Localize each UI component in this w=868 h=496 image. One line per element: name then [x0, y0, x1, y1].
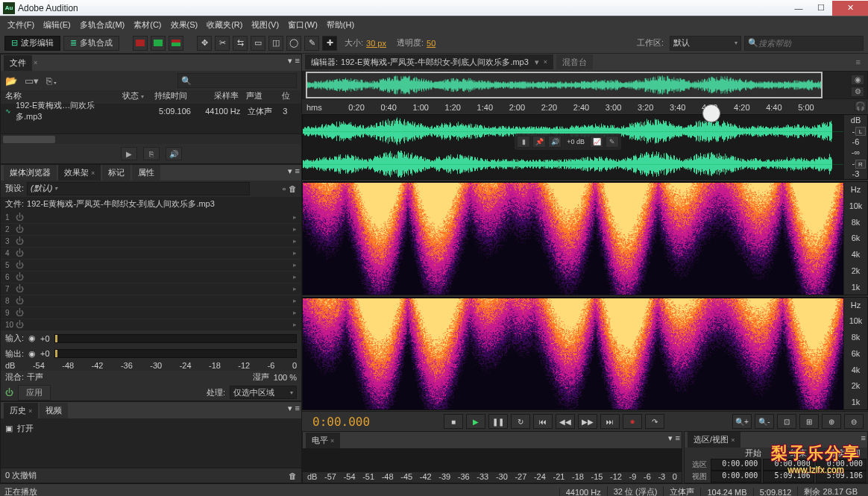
- time-select-tool-icon[interactable]: ▭: [251, 36, 265, 51]
- tab-properties[interactable]: 属性: [132, 165, 160, 180]
- pause-button[interactable]: ❚❚: [488, 414, 508, 429]
- menu-edit[interactable]: 编辑(E): [39, 17, 75, 33]
- output-value[interactable]: +0: [40, 349, 50, 358]
- razor-tool-icon[interactable]: ✂: [215, 36, 230, 51]
- process-select[interactable]: 仅选中区域: [230, 386, 297, 399]
- tab-levels[interactable]: 电平 ×: [306, 433, 340, 448]
- overview-settings-icon[interactable]: ⚙: [851, 87, 864, 97]
- preview-auto-button[interactable]: ⎘: [143, 147, 160, 160]
- menu-effects[interactable]: 效果(S): [166, 17, 203, 33]
- tab-selection-view[interactable]: 选区/视图 ×: [688, 432, 740, 448]
- zoom-sel-icon[interactable]: ⊞: [799, 414, 819, 429]
- hud-pin2-icon[interactable]: ✎: [606, 136, 619, 148]
- view-start[interactable]: 0:00.000: [711, 471, 761, 483]
- lasso-tool-icon[interactable]: ◯: [286, 36, 301, 51]
- files-filter[interactable]: 🔍: [177, 73, 297, 88]
- channel-l-badge[interactable]: L: [855, 127, 866, 136]
- file-row[interactable]: ∿ 192-E黄梅戏…间欢乐多.mp3 5:09.106 44100 Hz 立体…: [1, 104, 301, 119]
- zoom-in-v-icon[interactable]: ⊕: [822, 414, 841, 429]
- rack-slot[interactable]: 7⏻▸: [1, 283, 301, 295]
- zoom-out-h-icon[interactable]: 🔍-: [755, 414, 774, 429]
- rack-slot[interactable]: 2⏻▸: [1, 224, 301, 236]
- history-item[interactable]: ▣ 打开: [5, 421, 297, 436]
- import-icon[interactable]: ⎘▾: [46, 75, 58, 87]
- help-search-input[interactable]: [758, 39, 860, 48]
- brush-size-value[interactable]: 30 px: [366, 39, 386, 48]
- hud-pin-icon[interactable]: 📌: [532, 136, 546, 148]
- hud-vol-icon[interactable]: 🔊: [548, 136, 562, 148]
- rack-slot[interactable]: 10⏻▸: [1, 319, 301, 331]
- mixer-tab[interactable]: 混音台: [556, 54, 593, 69]
- waveform-display[interactable]: ▮ 📌 🔊 +0 dB 📈 ✎ dB-3-6 -∞-6-3 L R: [302, 114, 868, 180]
- sel-end[interactable]: 0:00.000: [763, 459, 814, 471]
- open-file-icon[interactable]: 📂: [5, 75, 17, 87]
- tab-video[interactable]: 视频: [40, 403, 68, 418]
- rack-slot[interactable]: 1⏻▸: [1, 212, 301, 224]
- loop-button[interactable]: ↻: [511, 414, 530, 429]
- play-button[interactable]: ▶: [466, 414, 485, 429]
- view-dur[interactable]: 5:09.106: [816, 471, 867, 483]
- sel-start[interactable]: 0:00.000: [711, 459, 761, 471]
- timeline-ruler[interactable]: hms 0:200:401:001:201:402:002:202:403:00…: [302, 99, 868, 113]
- heal-tool-icon[interactable]: ✚: [322, 36, 337, 51]
- minimize-button[interactable]: —: [787, 1, 810, 16]
- tab-history[interactable]: 历史 ×: [4, 403, 38, 418]
- hud-plot-icon[interactable]: 📈: [590, 136, 603, 148]
- apply-button[interactable]: 应用: [18, 385, 51, 401]
- tab-effects-rack[interactable]: 效果架 ×: [58, 165, 101, 180]
- overview-waveform[interactable]: ◉ ⚙: [302, 71, 868, 99]
- record-button[interactable]: ●: [623, 414, 642, 429]
- menu-file[interactable]: 文件(F): [3, 17, 39, 33]
- maximize-button[interactable]: ☐: [810, 1, 832, 16]
- menu-favorites[interactable]: 收藏夹(R): [202, 17, 247, 33]
- rack-slot[interactable]: 6⏻▸: [1, 271, 301, 283]
- hud-bars-icon[interactable]: ▮: [517, 136, 530, 148]
- rewind-button[interactable]: ◀◀: [556, 414, 575, 429]
- overview-selection[interactable]: [306, 72, 823, 98]
- overview-zoom-icon[interactable]: ◉: [851, 75, 864, 85]
- preview-loop-button[interactable]: 🔊: [166, 147, 182, 160]
- move-tool-icon[interactable]: ✥: [197, 36, 212, 51]
- spectrogram-left[interactable]: Hz10k8k6k4k2k1k: [302, 181, 868, 295]
- input-knob[interactable]: ◉: [28, 333, 36, 343]
- close-button[interactable]: ✕: [832, 1, 868, 16]
- zoom-in-h-icon[interactable]: 🔍+: [732, 414, 752, 429]
- opacity-value[interactable]: 50: [427, 39, 435, 48]
- rack-slot[interactable]: 3⏻▸: [1, 236, 301, 248]
- tab-markers[interactable]: 标记: [102, 165, 130, 180]
- mode-waveform-button[interactable]: ⊟波形编辑: [4, 36, 60, 51]
- tool-color-red[interactable]: [133, 36, 148, 51]
- rack-slot[interactable]: 5⏻▸: [1, 260, 301, 271]
- tool-color-green[interactable]: [151, 36, 166, 51]
- fast-forward-button[interactable]: ▶▶: [578, 414, 597, 429]
- tab-files[interactable]: 文件: [4, 55, 32, 71]
- menu-clip[interactable]: 素材(C): [129, 17, 166, 33]
- view-end[interactable]: 5:09.106: [763, 471, 814, 483]
- preview-play-button[interactable]: ▶: [121, 147, 137, 160]
- slip-tool-icon[interactable]: ⇆: [233, 36, 248, 51]
- help-search[interactable]: 🔍: [744, 36, 864, 51]
- menu-multitrack[interactable]: 多轨合成(M): [75, 17, 130, 33]
- brush-tool-icon[interactable]: ✎: [304, 36, 319, 51]
- save-preset-icon[interactable]: ▫: [283, 184, 286, 193]
- output-knob[interactable]: ◉: [28, 349, 36, 359]
- to-end-button[interactable]: ⏭: [600, 414, 620, 429]
- menu-view[interactable]: 视图(V): [247, 17, 283, 33]
- trash-icon[interactable]: 🗑: [289, 471, 297, 480]
- editor-tab[interactable]: 编辑器: 192-E黄梅戏-严凤英-牛郎织女-到底人间欢乐多.mp3 ▾ ×: [305, 54, 553, 69]
- marquee-tool-icon[interactable]: ◫: [268, 36, 283, 51]
- zoom-out-v-icon[interactable]: ⊖: [844, 414, 864, 429]
- rack-slot[interactable]: 8⏻▸: [1, 295, 301, 307]
- files-hscroll[interactable]: [1, 134, 301, 144]
- timecode-display[interactable]: 0:00.000: [306, 415, 376, 429]
- input-value[interactable]: +0: [40, 334, 50, 343]
- spectrogram-right[interactable]: Hz10k8k6k4k2k1k: [302, 297, 868, 411]
- tab-media-browser[interactable]: 媒体浏览器: [4, 165, 57, 180]
- preset-select[interactable]: (默认): [27, 182, 250, 195]
- panel-menu-icon[interactable]: ▾: [288, 56, 292, 66]
- delete-preset-icon[interactable]: 🗑: [289, 184, 297, 193]
- new-file-icon[interactable]: ▭▾: [25, 75, 39, 87]
- menu-help[interactable]: 帮助(H): [322, 17, 359, 33]
- files-filter-input[interactable]: [192, 76, 293, 85]
- panel-options-icon[interactable]: ≡: [295, 56, 300, 66]
